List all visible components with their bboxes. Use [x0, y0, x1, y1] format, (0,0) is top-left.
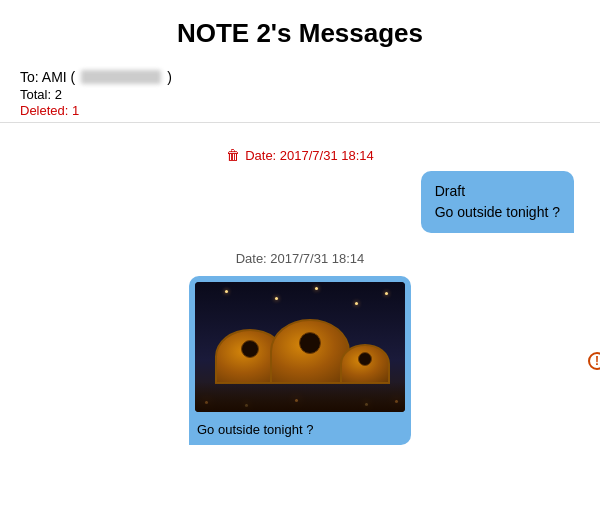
recipient-label-end: )	[167, 69, 172, 85]
recipient-blur	[81, 70, 161, 84]
draft-bubble: Draft Go outside tonight ?	[421, 171, 574, 233]
deleted-date-label: 🗑 Date: 2017/7/31 18:14	[16, 147, 584, 163]
recipient-label: To: AMI (	[20, 69, 75, 85]
draft-message-row: Draft Go outside tonight ?	[16, 171, 584, 233]
image-caption: Go outside tonight ?	[195, 418, 405, 439]
deleted-count: Deleted: 1	[20, 103, 580, 118]
total-count: Total: 2	[20, 87, 580, 102]
normal-date-label: Date: 2017/7/31 18:14	[16, 251, 584, 266]
image-bubble: Go outside tonight ?	[189, 276, 411, 445]
image-message-row: Go outside tonight ? !	[16, 276, 584, 445]
deleted-date-text: Date: 2017/7/31 18:14	[245, 148, 374, 163]
message-image	[195, 282, 405, 412]
page-title: NOTE 2's Messages	[0, 0, 600, 61]
draft-text: Go outside tonight ?	[435, 202, 560, 223]
recipient-section: To: AMI ( ) Total: 2 Deleted: 1	[0, 61, 600, 123]
draft-label: Draft	[435, 181, 560, 202]
night-scene	[195, 282, 405, 412]
messages-area: 🗑 Date: 2017/7/31 18:14 Draft Go outside…	[0, 123, 600, 465]
dish-3	[340, 344, 390, 384]
recipient-line: To: AMI ( )	[20, 69, 580, 85]
trash-icon: 🗑	[226, 147, 240, 163]
dish-2	[270, 319, 350, 384]
warning-icon: !	[588, 352, 600, 370]
